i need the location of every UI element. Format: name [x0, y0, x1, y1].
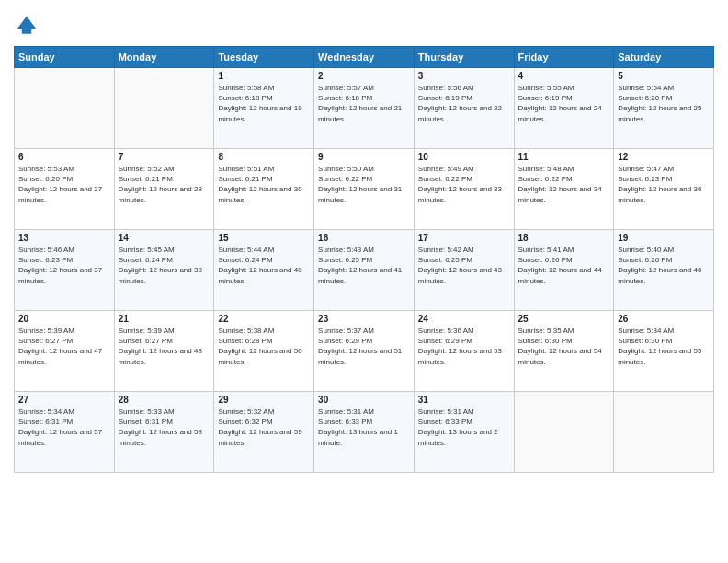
day-number: 10 — [418, 152, 510, 162]
calendar-cell: 9Sunrise: 5:50 AM Sunset: 6:22 PM Daylig… — [314, 149, 415, 230]
day-number: 8 — [218, 152, 310, 162]
day-number: 31 — [418, 395, 510, 405]
day-info: Sunrise: 5:54 AM Sunset: 6:20 PM Dayligh… — [618, 83, 710, 124]
day-info: Sunrise: 5:53 AM Sunset: 6:20 PM Dayligh… — [18, 164, 110, 205]
day-number: 29 — [218, 395, 310, 405]
day-number: 27 — [18, 395, 110, 405]
day-info: Sunrise: 5:37 AM Sunset: 6:29 PM Dayligh… — [318, 326, 410, 367]
weekday-header-wednesday: Wednesday — [314, 47, 415, 68]
calendar-cell: 18Sunrise: 5:41 AM Sunset: 6:26 PM Dayli… — [514, 230, 614, 311]
calendar-cell: 22Sunrise: 5:38 AM Sunset: 6:28 PM Dayli… — [214, 311, 314, 392]
day-number: 13 — [18, 233, 110, 243]
calendar-cell: 12Sunrise: 5:47 AM Sunset: 6:23 PM Dayli… — [614, 149, 714, 230]
day-info: Sunrise: 5:36 AM Sunset: 6:29 PM Dayligh… — [418, 326, 510, 367]
day-number: 17 — [418, 233, 510, 243]
calendar-cell: 29Sunrise: 5:32 AM Sunset: 6:32 PM Dayli… — [214, 392, 314, 473]
day-info: Sunrise: 5:48 AM Sunset: 6:22 PM Dayligh… — [518, 164, 610, 205]
day-info: Sunrise: 5:42 AM Sunset: 6:25 PM Dayligh… — [418, 245, 510, 286]
day-number: 22 — [218, 314, 310, 324]
svg-marker-0 — [17, 17, 37, 29]
day-info: Sunrise: 5:52 AM Sunset: 6:21 PM Dayligh… — [119, 164, 210, 205]
weekday-header-sunday: Sunday — [15, 47, 115, 68]
page: SundayMondayTuesdayWednesdayThursdayFrid… — [0, 0, 728, 563]
day-number: 1 — [218, 71, 310, 81]
calendar-cell — [614, 392, 714, 473]
day-info: Sunrise: 5:41 AM Sunset: 6:26 PM Dayligh… — [518, 245, 610, 286]
calendar-cell — [514, 392, 614, 473]
calendar-cell: 6Sunrise: 5:53 AM Sunset: 6:20 PM Daylig… — [15, 149, 115, 230]
day-info: Sunrise: 5:50 AM Sunset: 6:22 PM Dayligh… — [318, 164, 410, 205]
calendar-cell: 10Sunrise: 5:49 AM Sunset: 6:22 PM Dayli… — [414, 149, 514, 230]
day-number: 3 — [418, 71, 510, 81]
svg-rect-1 — [22, 29, 32, 34]
weekday-header-monday: Monday — [114, 47, 214, 68]
day-info: Sunrise: 5:43 AM Sunset: 6:25 PM Dayligh… — [318, 245, 410, 286]
calendar-body: 1Sunrise: 5:58 AM Sunset: 6:18 PM Daylig… — [15, 68, 714, 473]
calendar-cell: 31Sunrise: 5:31 AM Sunset: 6:33 PM Dayli… — [414, 392, 514, 473]
day-number: 25 — [518, 314, 610, 324]
day-number: 24 — [418, 314, 510, 324]
calendar-week-3: 13Sunrise: 5:46 AM Sunset: 6:23 PM Dayli… — [15, 230, 714, 311]
day-info: Sunrise: 5:31 AM Sunset: 6:33 PM Dayligh… — [318, 407, 410, 448]
calendar-cell: 3Sunrise: 5:56 AM Sunset: 6:19 PM Daylig… — [414, 68, 514, 149]
day-number: 18 — [518, 233, 610, 243]
day-number: 28 — [119, 395, 210, 405]
day-number: 23 — [318, 314, 410, 324]
calendar-cell: 4Sunrise: 5:55 AM Sunset: 6:19 PM Daylig… — [514, 68, 614, 149]
calendar-cell — [15, 68, 115, 149]
calendar-cell: 24Sunrise: 5:36 AM Sunset: 6:29 PM Dayli… — [414, 311, 514, 392]
day-number: 19 — [618, 233, 710, 243]
day-number: 2 — [318, 71, 410, 81]
day-info: Sunrise: 5:40 AM Sunset: 6:26 PM Dayligh… — [618, 245, 710, 286]
day-info: Sunrise: 5:46 AM Sunset: 6:23 PM Dayligh… — [18, 245, 110, 286]
calendar-cell: 16Sunrise: 5:43 AM Sunset: 6:25 PM Dayli… — [314, 230, 415, 311]
day-info: Sunrise: 5:49 AM Sunset: 6:22 PM Dayligh… — [418, 164, 510, 205]
day-number: 14 — [119, 233, 210, 243]
day-info: Sunrise: 5:35 AM Sunset: 6:30 PM Dayligh… — [518, 326, 610, 367]
day-info: Sunrise: 5:31 AM Sunset: 6:33 PM Dayligh… — [418, 407, 510, 448]
calendar-cell: 25Sunrise: 5:35 AM Sunset: 6:30 PM Dayli… — [514, 311, 614, 392]
day-number: 30 — [318, 395, 410, 405]
day-info: Sunrise: 5:47 AM Sunset: 6:23 PM Dayligh… — [618, 164, 710, 205]
day-number: 7 — [119, 152, 210, 162]
day-info: Sunrise: 5:57 AM Sunset: 6:18 PM Dayligh… — [318, 83, 410, 124]
day-info: Sunrise: 5:45 AM Sunset: 6:24 PM Dayligh… — [119, 245, 210, 286]
day-info: Sunrise: 5:55 AM Sunset: 6:19 PM Dayligh… — [518, 83, 610, 124]
day-info: Sunrise: 5:32 AM Sunset: 6:32 PM Dayligh… — [218, 407, 310, 448]
day-number: 4 — [518, 71, 610, 81]
day-info: Sunrise: 5:51 AM Sunset: 6:21 PM Dayligh… — [218, 164, 310, 205]
calendar-cell: 21Sunrise: 5:39 AM Sunset: 6:27 PM Dayli… — [114, 311, 214, 392]
day-info: Sunrise: 5:58 AM Sunset: 6:18 PM Dayligh… — [218, 83, 310, 124]
day-number: 12 — [618, 152, 710, 162]
day-number: 20 — [18, 314, 110, 324]
day-number: 5 — [618, 71, 710, 81]
calendar-cell: 7Sunrise: 5:52 AM Sunset: 6:21 PM Daylig… — [114, 149, 214, 230]
weekday-header-thursday: Thursday — [414, 47, 514, 68]
calendar-cell: 30Sunrise: 5:31 AM Sunset: 6:33 PM Dayli… — [314, 392, 415, 473]
calendar-cell: 2Sunrise: 5:57 AM Sunset: 6:18 PM Daylig… — [314, 68, 415, 149]
calendar-cell: 15Sunrise: 5:44 AM Sunset: 6:24 PM Dayli… — [214, 230, 314, 311]
calendar-cell — [114, 68, 214, 149]
header-row: SundayMondayTuesdayWednesdayThursdayFrid… — [15, 47, 714, 68]
day-info: Sunrise: 5:39 AM Sunset: 6:27 PM Dayligh… — [18, 326, 110, 367]
calendar-cell: 28Sunrise: 5:33 AM Sunset: 6:31 PM Dayli… — [114, 392, 214, 473]
day-number: 21 — [119, 314, 210, 324]
calendar-cell: 19Sunrise: 5:40 AM Sunset: 6:26 PM Dayli… — [614, 230, 714, 311]
weekday-header-saturday: Saturday — [614, 47, 714, 68]
day-number: 26 — [618, 314, 710, 324]
day-info: Sunrise: 5:44 AM Sunset: 6:24 PM Dayligh… — [218, 245, 310, 286]
calendar-week-2: 6Sunrise: 5:53 AM Sunset: 6:20 PM Daylig… — [15, 149, 714, 230]
calendar-cell: 5Sunrise: 5:54 AM Sunset: 6:20 PM Daylig… — [614, 68, 714, 149]
calendar-week-5: 27Sunrise: 5:34 AM Sunset: 6:31 PM Dayli… — [15, 392, 714, 473]
calendar-cell: 14Sunrise: 5:45 AM Sunset: 6:24 PM Dayli… — [114, 230, 214, 311]
day-info: Sunrise: 5:38 AM Sunset: 6:28 PM Dayligh… — [218, 326, 310, 367]
day-info: Sunrise: 5:56 AM Sunset: 6:19 PM Dayligh… — [418, 83, 510, 124]
calendar-cell: 11Sunrise: 5:48 AM Sunset: 6:22 PM Dayli… — [514, 149, 614, 230]
logo — [14, 13, 43, 39]
header — [14, 9, 714, 39]
day-number: 15 — [218, 233, 310, 243]
calendar-cell: 23Sunrise: 5:37 AM Sunset: 6:29 PM Dayli… — [314, 311, 415, 392]
calendar-cell: 1Sunrise: 5:58 AM Sunset: 6:18 PM Daylig… — [214, 68, 314, 149]
weekday-header-friday: Friday — [514, 47, 614, 68]
calendar-table: SundayMondayTuesdayWednesdayThursdayFrid… — [14, 46, 714, 473]
